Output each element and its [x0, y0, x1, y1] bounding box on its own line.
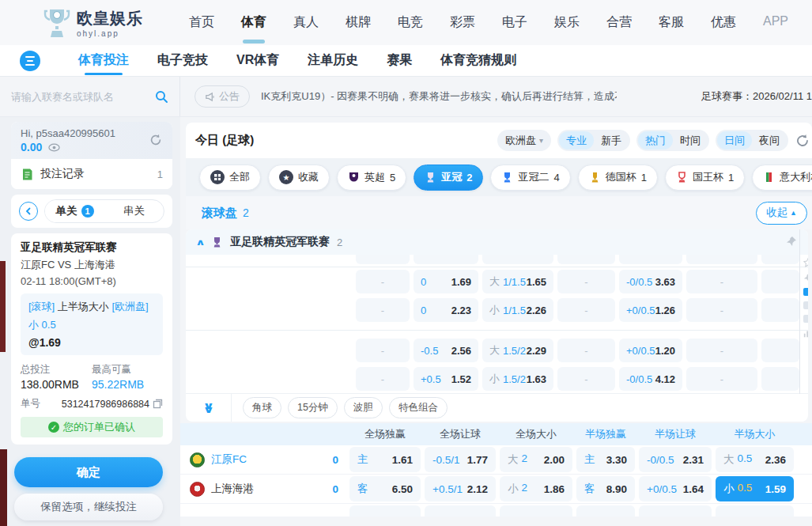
search-input[interactable] — [11, 91, 155, 103]
tab-bet-history[interactable]: 注单历史 — [308, 52, 358, 69]
filter-copa-del-rey[interactable]: 国王杯 1 — [665, 165, 745, 191]
filter-epl-label: 英超 — [364, 170, 385, 184]
nav-live-casino[interactable]: 真人 — [293, 9, 319, 36]
nav-support[interactable]: 客服 — [659, 9, 684, 36]
brand-logo[interactable]: 欧皇娱乐 ohyl.app — [43, 7, 143, 39]
odds-cell[interactable]: 大1/1.51.65 — [482, 270, 553, 293]
nav-home[interactable]: 首页 — [189, 9, 214, 36]
chevron-down-icon: ▾ — [539, 136, 543, 145]
market-correct-score[interactable]: 波胆 — [344, 397, 383, 418]
announcement-bar: 公告 IK克利克U19）- 因赛果不明确，赛果将进一步核实，确认后再进行结算，造… — [180, 77, 812, 116]
tab-sports-betting[interactable]: 体育投注 — [78, 52, 129, 69]
nav-promo[interactable]: 优惠 — [711, 9, 736, 36]
eye-icon[interactable] — [48, 143, 60, 152]
odds-cell[interactable]: -0/0.52.31 — [639, 447, 712, 472]
odds-cell[interactable]: 01.69 — [414, 270, 478, 293]
odds-cell[interactable]: 大1.5/22.29 — [482, 339, 553, 362]
pin-icon[interactable] — [786, 236, 797, 247]
keep-selections-button[interactable]: 保留选项，继续投注 — [14, 494, 163, 520]
filter-german-cup[interactable]: 德国杯 1 — [578, 165, 658, 191]
toggle-novice[interactable]: 新手 — [594, 131, 629, 149]
league-group-title: 亚足联精英冠军联赛 — [230, 235, 330, 249]
sports-sub-navigation: 体育投注 电子竞技 VR体育 注单历史 赛果 体育竞猜规则 — [0, 45, 812, 77]
stats-bars-icon[interactable] — [803, 328, 808, 338]
nav-sports[interactable]: 体育 — [241, 9, 266, 36]
slip-live-tag: [滚球] — [28, 301, 55, 312]
odds-cell[interactable]: +0/0.51.20 — [619, 339, 682, 362]
market-15min[interactable]: 15分钟 — [288, 397, 338, 418]
star-outline-icon[interactable] — [803, 258, 808, 267]
odds-cell-clipped — [761, 339, 799, 362]
team-name[interactable]: 上海海港 — [211, 482, 326, 496]
odds-cell: - — [686, 367, 757, 391]
team-name[interactable]: 江原FC — [211, 452, 326, 467]
odds-cell[interactable]: +0/0.51.26 — [619, 298, 682, 322]
odds-cell[interactable]: 小1.5/21.63 — [482, 367, 553, 391]
odds-cell[interactable]: 客8.90 — [576, 476, 635, 501]
filter-favorites[interactable]: ★ 收藏 — [268, 165, 330, 191]
nav-slots[interactable]: 电子 — [502, 9, 527, 36]
handicap-type-value: 欧洲盘 — [505, 134, 536, 148]
chevron-up-icon[interactable]: ∧ — [195, 237, 206, 248]
filter-premier-league[interactable]: 英超 5 — [337, 165, 406, 191]
nav-affiliate[interactable]: 合营 — [606, 9, 632, 36]
clipped-row-bottom — [180, 504, 812, 517]
toggle-hot[interactable]: 热门 — [638, 131, 673, 149]
filter-acl2[interactable]: 亚冠二 4 — [490, 165, 570, 191]
odds-cell[interactable]: +0/0.51.64 — [639, 476, 712, 501]
odds-cell[interactable]: 主1.61 — [349, 447, 421, 472]
filter-acl[interactable]: 亚冠 2 — [414, 165, 483, 191]
toggle-day[interactable]: 日间 — [717, 131, 752, 149]
search-icon[interactable] — [155, 90, 168, 104]
tab-parlay-bet[interactable]: 串关 — [104, 200, 164, 222]
user-info: Hi, p5saa420995601 0.00 — [11, 122, 172, 159]
odds-cell[interactable]: 主3.30 — [576, 447, 635, 472]
today-header: 今日 (足球) 欧洲盘 ▾ 专业 新手 热门 时间 日间 夜间 — [186, 123, 812, 158]
bet-record-row[interactable]: 投注记录 1 — [11, 159, 172, 189]
odds-cell[interactable]: -0/0.54.12 — [619, 367, 682, 391]
odds-cell[interactable]: -0/0.53.63 — [619, 270, 682, 293]
league-group-header[interactable]: ∧ 亚足联精英冠军联赛 2 — [186, 229, 808, 255]
odds-cell[interactable]: 大0.52.36 — [716, 447, 794, 472]
order-confirmed-banner: ✓ 您的订单已确认 — [21, 417, 163, 437]
refresh-balance-icon[interactable] — [149, 133, 163, 147]
nav-entertainment[interactable]: 娱乐 — [554, 9, 580, 36]
confirm-button[interactable]: 确定 — [14, 457, 163, 487]
filter-coppa-italia[interactable]: 意大利杯 1 — [752, 165, 812, 191]
refresh-odds-icon[interactable] — [795, 133, 810, 149]
back-arrow-icon[interactable] — [19, 202, 38, 221]
nav-lottery[interactable]: 彩票 — [450, 9, 475, 36]
tab-esports[interactable]: 电子竞技 — [157, 52, 208, 69]
odds-cell[interactable]: -0.5/11.77 — [425, 447, 496, 472]
odds-cell[interactable]: 小21.86 — [500, 476, 572, 501]
toggle-time[interactable]: 时间 — [673, 131, 708, 149]
nav-cards[interactable]: 棋牌 — [346, 9, 371, 36]
pin-icon[interactable] — [803, 273, 808, 282]
odds-row: - +0.51.52 小1.5/21.63 - -0/0.54.12 - — [186, 365, 808, 393]
tab-results[interactable]: 赛果 — [387, 52, 412, 69]
odds-cell[interactable]: +0.51.52 — [414, 367, 478, 391]
odds-cell[interactable]: +0.5/12.12 — [425, 476, 496, 501]
market-specials[interactable]: 特色组合 — [389, 397, 448, 418]
odds-cell[interactable]: 小1/1.52.26 — [482, 298, 553, 322]
odds-cell[interactable]: 02.23 — [414, 298, 478, 322]
handicap-type-dropdown[interactable]: 欧洲盘 ▾ — [497, 130, 551, 151]
nav-app[interactable]: APP — [763, 9, 788, 36]
toggle-pro[interactable]: 专业 — [559, 131, 594, 149]
menu-icon[interactable] — [20, 51, 40, 71]
copy-icon[interactable] — [153, 399, 163, 409]
tab-rules[interactable]: 体育竞猜规则 — [440, 52, 516, 69]
top-navigation: 欧皇娱乐 ohyl.app 首页 体育 真人 棋牌 电竞 彩票 电子 娱乐 合营… — [0, 0, 812, 45]
tab-single-bet[interactable]: 单关 1 — [45, 200, 104, 222]
odds-cell-selected[interactable]: 小0.51.59 — [716, 476, 794, 501]
collapse-button[interactable]: 收起 ▲ — [756, 202, 807, 225]
odds-cell[interactable]: 大22.00 — [500, 447, 572, 472]
filter-all[interactable]: 全部 — [199, 165, 261, 191]
toggle-night[interactable]: 夜间 — [752, 131, 787, 149]
nav-esports[interactable]: 电竞 — [398, 9, 423, 36]
tab-vr-sports[interactable]: VR体育 — [236, 52, 279, 69]
double-chevron-down-icon[interactable]: ∨∨ — [186, 394, 232, 422]
odds-cell[interactable]: 客6.50 — [349, 476, 421, 501]
odds-cell[interactable]: -0.52.56 — [414, 339, 478, 362]
market-corners[interactable]: 角球 — [243, 397, 281, 418]
